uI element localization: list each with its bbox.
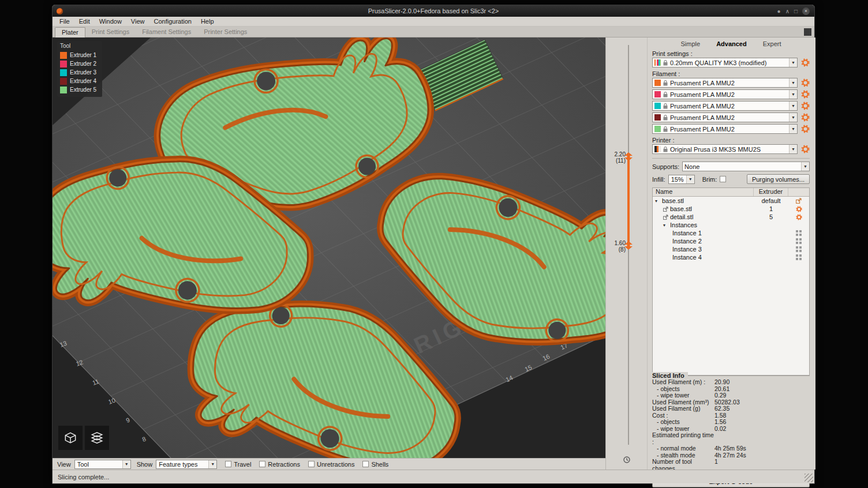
menu-configuration[interactable]: Configuration [149,18,196,25]
3d-view-button[interactable] [58,426,83,450]
caret-down-icon[interactable]: ▾ [663,223,668,228]
print-settings-select[interactable]: 0.20mm QUALITY MK3 (modified) ▼ [652,58,798,67]
supports-select[interactable]: None ▼ [682,162,810,171]
window-title: PrusaSlicer-2.0.0+Fedora based on Slic3r… [53,7,814,14]
show-label: Show [137,461,153,468]
menu-view[interactable]: View [126,18,149,25]
filament-3-gear-icon[interactable] [800,102,810,111]
chevron-down-icon: ▼ [789,102,797,110]
extruder-3-swatch [60,69,67,76]
unretractions-checkbox-group: Unretractions [308,461,354,468]
table-row-detail-stl[interactable]: detail.stl 5 [653,213,809,221]
chevron-down-icon: ▼ [789,58,797,67]
print-settings-gear-icon[interactable] [800,58,810,67]
slider-reset-icon[interactable] [623,456,631,466]
travel-checkbox-group: Travel [225,461,251,468]
tab-filament-settings[interactable]: Filament Settings [136,27,197,37]
filament-1-swatch [654,80,661,86]
menu-help[interactable]: Help [196,18,219,25]
shells-checkbox[interactable] [362,461,369,467]
purging-volumes-button[interactable]: Purging volumes... [747,174,810,184]
lower-layer-label: 1.60 (8) [607,240,626,253]
stick-icon[interactable]: ● [777,8,781,14]
upper-layer-label: 2.20 (11) [607,151,626,164]
object-icon [663,207,668,212]
lock-icon [663,147,668,152]
mode-advanced[interactable]: Advanced [716,40,747,47]
lower-slider-handle[interactable] [624,241,633,252]
gear-icon[interactable] [788,214,809,220]
shells-checkbox-group: Shells [362,461,388,468]
menu-window[interactable]: Window [95,18,126,25]
resize-grip[interactable] [805,474,813,482]
filament-1-gear-icon[interactable] [800,78,810,88]
infill-select[interactable]: 15% ▼ [668,175,695,184]
chevron-down-icon: ▼ [789,90,797,99]
legend-item: Extruder 3 [60,68,99,77]
filament-3-swatch [654,103,661,109]
filament-4-select[interactable]: Prusament PLA MMU2 ▼ [652,112,798,122]
filament-5-gear-icon[interactable] [800,125,810,134]
extruder-2-swatch [60,61,67,67]
caret-down-icon[interactable]: ▾ [655,198,660,204]
arrow-box-icon[interactable] [788,198,809,204]
filament-4-gear-icon[interactable] [800,113,810,122]
table-row-instances[interactable]: ▾ Instances [653,221,809,229]
object-list-header: Name Extruder [653,188,809,197]
bed-scene: ORIGINAL PRUSA 13 12 11 10 9 8 14 15 16 [53,37,605,458]
filament-2-gear-icon[interactable] [800,90,810,99]
shade-icon[interactable]: ∧ [785,8,790,14]
instance-grid-icon [788,246,809,252]
lock-icon [663,103,668,109]
tab-printer-settings[interactable]: Printer Settings [197,27,253,37]
filament-3-select[interactable]: Prusament PLA MMU2 ▼ [652,101,798,111]
tool-legend: Tool Extruder 1 Extruder 2 Extruder 3 [57,41,102,97]
instance-grid-icon [788,238,809,244]
tabbar-corner-icon [804,28,811,36]
filament-5-select[interactable]: Prusament PLA MMU2 ▼ [652,124,798,134]
travel-checkbox[interactable] [225,461,231,467]
layer-slider-strip: 2.20 (11) 1.60 (8) [605,37,647,470]
mode-expert[interactable]: Expert [763,40,781,47]
filament-5-swatch [654,126,661,132]
chevron-down-icon: ▼ [789,113,797,122]
table-row-instance-2[interactable]: Instance 2 [653,237,809,245]
filament-2-select[interactable]: Prusament PLA MMU2 ▼ [652,89,798,99]
lock-icon [663,92,668,97]
title-bar[interactable]: PrusaSlicer-2.0.0+Fedora based on Slic3r… [53,5,814,17]
table-row-base-stl[interactable]: ▾ base.stl default [653,197,809,205]
printer-gear-icon[interactable] [800,145,810,154]
show-select[interactable]: Feature types ▼ [156,460,217,469]
chevron-down-icon: ▼ [789,78,797,87]
menu-edit[interactable]: Edit [74,18,95,25]
table-row-instance-3[interactable]: Instance 3 [653,245,809,253]
retractions-checkbox[interactable] [259,461,265,467]
upper-slider-handle[interactable] [624,152,633,163]
unretractions-checkbox[interactable] [308,461,315,467]
layers-view-button[interactable] [85,426,109,450]
printer-select[interactable]: Original Prusa i3 MK3S MMU2S ▼ [652,144,798,154]
menu-file[interactable]: File [55,18,74,25]
3d-viewport[interactable]: ORIGINAL PRUSA 13 12 11 10 9 8 14 15 16 [53,37,605,458]
app-logo-icon [57,8,63,14]
filament-1-select[interactable]: Prusament PLA MMU2 ▼ [652,78,798,88]
tab-plater[interactable]: Plater [55,27,85,37]
table-row-instance-4[interactable]: Instance 4 [653,253,809,261]
lock-icon [663,60,668,66]
cube-icon [63,430,78,445]
menu-bar: File Edit Window View Configuration Help [53,17,814,27]
layer-slider-selected-range[interactable] [627,157,630,246]
table-row-base-stl-part[interactable]: base.stl 1 [653,205,809,213]
brim-checkbox[interactable] [720,176,726,182]
instance-grid-icon [788,254,809,260]
close-icon[interactable]: × [802,7,810,15]
mode-simple[interactable]: Simple [681,40,701,47]
maximize-icon[interactable]: □ [794,8,798,14]
tab-print-settings[interactable]: Print Settings [85,27,136,37]
gear-icon[interactable] [788,206,809,212]
layers-icon [89,430,104,445]
sliced-info-title: Sliced Info [652,372,688,379]
lock-icon [663,115,668,121]
view-select[interactable]: Tool ▼ [74,460,131,469]
table-row-instance-1[interactable]: Instance 1 [653,229,809,237]
